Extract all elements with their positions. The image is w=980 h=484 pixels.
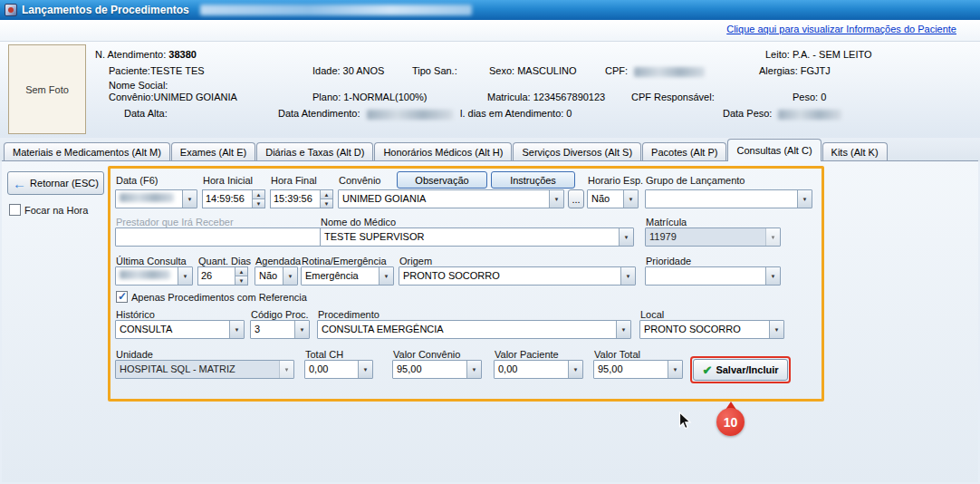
chevron-down-icon[interactable]: ▼ (229, 321, 244, 338)
procedimento-combobox[interactable]: CONSULTA EMERGÊNCIA ▼ (317, 320, 631, 339)
hora-final-spinner[interactable]: 15:39:56 ▲▼ (270, 189, 333, 208)
tab-pacotes[interactable]: Pacotes (Alt P) (642, 142, 726, 161)
ultima-consulta-combobox[interactable]: ▼ (115, 266, 193, 286)
spinner-down-icon[interactable]: ▼ (252, 199, 264, 208)
tab-diarias[interactable]: Diárias e Taxas (Alt D) (256, 142, 373, 161)
origem-label: Origem (399, 256, 432, 266)
tab-materiais[interactable]: Materiais e Medicamentos (Alt M) (4, 142, 170, 161)
chevron-down-icon[interactable]: ▼ (379, 267, 393, 285)
patient-info-link[interactable]: Clique aqui para visualizar Informações … (726, 24, 956, 34)
tab-honorarios[interactable]: Honorários Médicos (Alt H) (374, 142, 512, 161)
observacao-button[interactable]: Observação (397, 171, 487, 189)
titlebar[interactable]: Lançamentos de Procedimentos (0, 0, 980, 20)
salvar-label: Salvar/Incluir (716, 364, 778, 375)
valor-total-combobox[interactable]: 95,00 ▼ (593, 360, 683, 379)
cpf-field: CPF: (605, 65, 705, 77)
top-strip: Clique aqui para visualizar Informações … (0, 20, 980, 42)
chevron-down-icon[interactable]: ▼ (616, 321, 630, 338)
alergias-value: FGJTJ (801, 65, 831, 76)
prioridade-combobox[interactable]: ▼ (645, 266, 781, 286)
spinner-up-icon[interactable]: ▲ (252, 190, 264, 199)
grupo-lancamento-combobox[interactable]: ▼ (645, 189, 812, 208)
tab-exames[interactable]: Exames (Alt E) (171, 142, 255, 161)
mouse-cursor (678, 411, 692, 431)
window-title: Lançamentos de Procedimentos (22, 4, 189, 16)
tab-servicos[interactable]: Serviços Diversos (Alt S) (513, 142, 641, 161)
convenio-ellipsis-button[interactable]: ... (568, 189, 584, 208)
total-ch-combobox[interactable]: 0,00 ▼ (304, 360, 373, 379)
data-alta-label: Data Alta: (124, 108, 168, 119)
valor-convenio-combobox[interactable]: 95,00 ▼ (392, 360, 482, 379)
nome-social-field: Nome Social: (109, 80, 168, 91)
agendada-value: Não (255, 267, 283, 285)
chevron-down-icon[interactable]: ▼ (797, 190, 812, 208)
focar-na-hora-checkbox[interactable] (9, 204, 21, 216)
leito-value: P.A. - SEM LEITO (793, 49, 872, 60)
tab-kits[interactable]: Kits (Alt K) (822, 142, 888, 161)
valor-paciente-combobox[interactable]: 0,00 ▼ (494, 360, 583, 379)
spinner-up-icon[interactable]: ▲ (235, 267, 247, 276)
prioridade-label: Prioridade (646, 256, 691, 266)
total-ch-value: 0,00 (305, 361, 358, 378)
horario-esp-combobox[interactable]: Não ▼ (587, 189, 639, 208)
spinner-down-icon[interactable]: ▼ (320, 199, 332, 208)
nome-medico-combobox[interactable]: TESTE SUPERVISOR ▼ (320, 227, 634, 247)
instrucoes-button[interactable]: Instruções (491, 171, 575, 189)
tab-label: Materiais e Medicamentos (Alt M) (13, 147, 161, 158)
nome-medico-value: TESTE SUPERVISOR (321, 228, 619, 246)
hora-inicial-spinner[interactable]: 14:59:56 ▲▼ (202, 189, 265, 208)
quant-dias-spinner[interactable]: 26 ▲▼ (197, 266, 248, 286)
convenio-combobox[interactable]: UNIMED GOIANIA ▼ (338, 189, 564, 208)
cpf-resp-field: CPF Responsável: (631, 92, 715, 102)
convenio-label: Convênio: (109, 92, 154, 102)
observacao-label: Observação (415, 175, 468, 186)
historico-label: Histórico (116, 309, 155, 320)
chevron-down-icon[interactable]: ▼ (294, 321, 309, 338)
redacted-title-text (200, 5, 472, 15)
procedimento-value: CONSULTA EMERGÊNCIA (318, 321, 616, 338)
redacted-cpf-value (634, 67, 705, 77)
leito-label: Leito: (765, 49, 790, 60)
chevron-down-icon[interactable]: ▼ (568, 361, 582, 378)
matricula-value: 1234567890123 (533, 92, 606, 102)
local-combobox[interactable]: PRONTO SOCORRO ▼ (639, 320, 784, 339)
sexo-value: MASCULINO (517, 65, 576, 76)
hora-inicial-label: Hora Inicial (203, 175, 253, 186)
salvar-incluir-button[interactable]: ✔ Salvar/Incluir (693, 359, 788, 381)
chevron-down-icon[interactable]: ▼ (466, 361, 481, 378)
data-f6-combobox[interactable]: ▼ (115, 189, 197, 208)
chevron-down-icon: ▼ (279, 361, 293, 378)
tab-label: Consultas (Alt C) (736, 145, 812, 156)
rotina-emergencia-combobox[interactable]: Emergência ▼ (301, 266, 394, 286)
data-peso-field: Data Peso: (723, 108, 841, 120)
back-arrow-icon: ← (13, 177, 26, 190)
prestador-combobox[interactable]: ▼ (115, 227, 335, 247)
chevron-down-icon[interactable]: ▼ (623, 190, 638, 208)
tab-consultas[interactable]: Consultas (Alt C) (727, 139, 821, 161)
data-atendimento-label: Data Atendimento: (278, 108, 360, 119)
hora-final-value: 15:39:56 (271, 190, 320, 208)
chevron-down-icon[interactable]: ▼ (549, 190, 563, 208)
convenio-form-value: UNIMED GOIANIA (339, 190, 549, 208)
chevron-down-icon[interactable]: ▼ (765, 267, 780, 285)
spinner-down-icon[interactable]: ▼ (235, 276, 247, 285)
agendada-combobox[interactable]: Não ▼ (255, 266, 298, 286)
chevron-down-icon[interactable]: ▼ (668, 361, 682, 378)
sexo-field: Sexo:MASCULINO (489, 65, 577, 76)
chevron-down-icon[interactable]: ▼ (178, 267, 192, 285)
apenas-referencia-checkbox[interactable] (116, 291, 128, 303)
chevron-down-icon[interactable]: ▼ (619, 228, 633, 246)
codigo-proc-combobox[interactable]: 3 ▼ (250, 320, 310, 339)
chevron-down-icon[interactable]: ▼ (182, 190, 197, 208)
spinner-up-icon[interactable]: ▲ (320, 190, 332, 199)
chevron-down-icon[interactable]: ▼ (283, 267, 297, 285)
chevron-down-icon[interactable]: ▼ (769, 321, 783, 338)
retornar-label: Retornar (ESC) (30, 178, 99, 189)
historico-combobox[interactable]: CONSULTA ▼ (115, 320, 245, 339)
retornar-button[interactable]: ← Retornar (ESC) (7, 171, 104, 195)
chevron-down-icon[interactable]: ▼ (620, 267, 635, 285)
chevron-down-icon[interactable]: ▼ (358, 361, 372, 378)
hora-final-label: Hora Final (271, 175, 317, 186)
origem-combobox[interactable]: PRONTO SOCORRO ▼ (399, 266, 636, 286)
historico-value: CONSULTA (116, 321, 229, 338)
